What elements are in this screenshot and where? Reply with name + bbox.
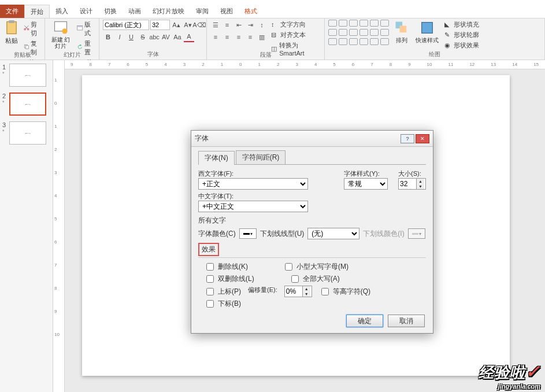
equalize-checkbox[interactable]: 等高字符(Q)	[319, 286, 370, 297]
text-direction-button[interactable]: ↕文字方向	[269, 20, 321, 29]
strike-button[interactable]: S	[138, 32, 148, 42]
numbering-button[interactable]: ≡	[222, 20, 232, 30]
tab-transitions[interactable]: 切换	[98, 5, 123, 18]
dialog-tab-spacing[interactable]: 字符间距(R)	[236, 150, 286, 164]
svg-point-7	[62, 28, 67, 34]
spacing-button[interactable]: AV	[161, 32, 171, 42]
double-strike-checkbox[interactable]: 双删除线(L)	[204, 273, 254, 284]
align-text-button[interactable]: ⊟对齐文本	[269, 30, 321, 40]
aligntext-icon: ⊟	[271, 31, 279, 39]
align-left-button[interactable]: ≡	[210, 32, 221, 42]
spin-up-icon[interactable]: ▲	[302, 286, 310, 291]
arrange-button[interactable]: 排列	[396, 36, 407, 45]
font-size-combo[interactable]	[150, 20, 170, 30]
font-size-label: 大小(S):	[398, 170, 421, 177]
horizontal-ruler: 9876543210123456789101112131415	[65, 60, 545, 69]
superscript-checkbox[interactable]: 上标(P)	[204, 286, 241, 297]
grow-font-button[interactable]: A▴	[171, 20, 181, 30]
tab-file[interactable]: 文件	[0, 5, 24, 18]
dialog-help-button[interactable]: ?	[401, 134, 414, 143]
vertical-ruler: 1 0 1 2 3 4 5 6 7 8 9 10	[53, 60, 65, 392]
effect-icon: ◉	[444, 42, 453, 50]
svg-rect-14	[422, 23, 433, 34]
drawing-group-label: 绘图	[328, 50, 541, 58]
shape-effect-button[interactable]: ◉形状效果	[443, 40, 481, 50]
font-color-picker[interactable]: ▾	[239, 228, 257, 239]
font-color-label: 字体颜色(C)	[198, 229, 236, 239]
clipboard-group-label: 剪贴板	[3, 51, 41, 59]
ok-button[interactable]: 确定	[346, 315, 383, 327]
slides-group-label: 幻灯片	[49, 51, 95, 59]
clear-format-button[interactable]: A⌫	[194, 20, 205, 30]
outline-icon: ✎	[444, 31, 453, 39]
dialog-close-button[interactable]: ✕	[416, 134, 429, 143]
effects-section-label: 效果	[198, 243, 219, 256]
indent-button[interactable]: ⇥	[245, 20, 255, 30]
smallcaps-checkbox[interactable]: 小型大写字母(M)	[283, 261, 348, 272]
dialog-tab-font[interactable]: 字体(N)	[198, 151, 235, 165]
cancel-button[interactable]: 取消	[388, 315, 425, 327]
underline-color-label: 下划线颜色(I)	[363, 229, 404, 239]
font-size-spinner[interactable]: ▲▼	[398, 178, 426, 190]
font-name-combo[interactable]	[103, 20, 149, 30]
shadow-button[interactable]: abc	[149, 32, 160, 42]
columns-button[interactable]: ▥	[257, 32, 267, 42]
offset-label: 偏移量(E):	[248, 286, 277, 297]
font-dialog: 字体 ? ✕ 字体(N) 字符间距(R) 西文字体(F): +正文 字体样式(Y…	[191, 130, 433, 334]
case-button[interactable]: Aa	[172, 32, 183, 42]
shape-fill-button[interactable]: ◣形状填充	[443, 20, 481, 29]
italic-button[interactable]: I	[114, 32, 125, 42]
tab-format[interactable]: 格式	[239, 5, 263, 18]
shape-outline-button[interactable]: ✎形状轮廓	[443, 30, 481, 40]
cut-icon	[24, 25, 29, 33]
spin-down-icon[interactable]: ▼	[416, 184, 424, 189]
cut-button[interactable]: 剪切	[22, 20, 41, 38]
spin-down-icon[interactable]: ▼	[302, 291, 310, 297]
tab-animations[interactable]: 动画	[123, 5, 147, 18]
justify-button[interactable]: ≡	[245, 32, 255, 42]
font-color-button[interactable]: A	[184, 32, 194, 42]
bullets-button[interactable]: ☰	[210, 20, 221, 30]
spin-up-icon[interactable]: ▲	[416, 179, 424, 184]
font-group-label: 字体	[103, 50, 203, 58]
underline-button[interactable]: U	[126, 32, 136, 42]
align-center-button[interactable]: ≡	[222, 32, 232, 42]
linespacing-button[interactable]: ↕	[257, 20, 267, 30]
shapes-gallery[interactable]	[328, 20, 390, 46]
thumbnail-3[interactable]: 3* ⌐¬	[2, 121, 50, 145]
paste-button[interactable]: 粘贴	[5, 36, 18, 45]
offset-spinner[interactable]: ▲▼	[284, 286, 312, 297]
quickstyle-icon	[419, 20, 435, 36]
tab-home[interactable]: 开始	[24, 5, 50, 18]
tab-view[interactable]: 视图	[214, 5, 239, 18]
tab-review[interactable]: 审阅	[190, 5, 214, 18]
subscript-checkbox[interactable]: 下标(B)	[204, 298, 241, 309]
thumbnail-2[interactable]: 2* ⌐¬	[2, 93, 50, 116]
tab-design[interactable]: 设计	[74, 5, 98, 18]
underline-color-picker: ▾	[408, 228, 425, 239]
new-slide-button[interactable]: 新建 幻灯片	[49, 36, 73, 49]
font-style-label: 字体样式(Y):	[344, 170, 380, 177]
quickstyle-button[interactable]: 快速样式	[416, 36, 439, 45]
strikethrough-checkbox[interactable]: 删除线(K)	[204, 261, 248, 272]
western-font-select[interactable]: +正文	[198, 178, 308, 190]
thumbnail-1[interactable]: 1* ⌐¬	[2, 64, 50, 87]
allcaps-checkbox[interactable]: 全部大写(A)	[289, 273, 340, 284]
layout-button[interactable]: 版式	[75, 20, 95, 38]
shrink-font-button[interactable]: A▾	[183, 20, 193, 30]
svg-rect-9	[78, 26, 83, 27]
underline-type-label: 下划线线型(U)	[260, 229, 305, 239]
underline-type-select[interactable]: (无)	[307, 228, 359, 239]
cjk-font-select[interactable]: +中文正文	[198, 201, 308, 212]
western-font-label: 西文字体(F):	[198, 170, 233, 177]
arrange-icon	[394, 20, 410, 36]
svg-rect-1	[9, 20, 14, 23]
outdent-button[interactable]: ⇤	[233, 20, 244, 30]
tab-slideshow[interactable]: 幻灯片放映	[147, 5, 190, 18]
bold-button[interactable]: B	[103, 32, 113, 42]
cjk-font-label: 中文字体(T):	[198, 193, 233, 199]
font-style-select[interactable]: 常规	[344, 178, 388, 190]
dialog-title: 字体	[195, 134, 209, 143]
tab-insert[interactable]: 插入	[50, 5, 74, 18]
align-right-button[interactable]: ≡	[233, 32, 244, 42]
